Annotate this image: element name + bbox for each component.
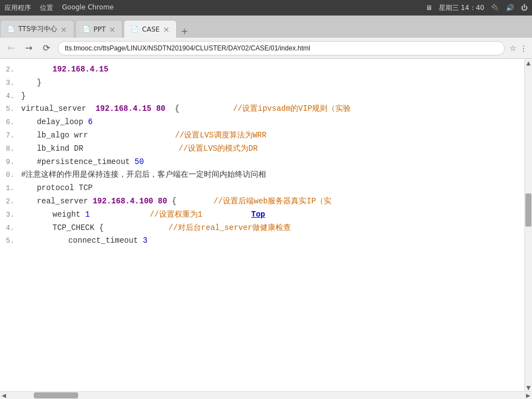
browser-window: 📄 TTS学习中心 × 📄 PPT × 📄 CASE × + ← → ⟳ ☆ ⋮: [0, 16, 532, 399]
scroll-track-h[interactable]: [8, 392, 524, 399]
line-content-31: protocol TCP: [21, 182, 93, 195]
power-icon: ⏻: [521, 4, 528, 12]
tab-case[interactable]: 📄 CASE ×: [124, 20, 177, 38]
system-bar-left: 应用程序 位置 Google Chrome: [4, 3, 114, 13]
code-line-4: 4. }: [0, 90, 524, 103]
monitor-icon: 🖥: [426, 4, 432, 12]
volume-icon: 🔊: [506, 4, 514, 12]
tab-ppt-label: PPT: [94, 25, 106, 33]
tab-case-label: CASE: [142, 25, 160, 33]
line-content-32: real_server 192.168.4.100 80 { //设置后端web…: [21, 195, 331, 208]
system-bar-right: 🖥 星期三 14：40 🔌 🔊 ⏻: [426, 3, 528, 13]
line-content-4: }: [21, 90, 25, 103]
line-num-6: 6.: [0, 116, 21, 129]
network-icon: 🔌: [491, 4, 499, 12]
horizontal-scrollbar[interactable]: ◀ ▶: [0, 391, 532, 399]
top-link[interactable]: Top: [251, 208, 265, 222]
tab-case-close[interactable]: ×: [163, 25, 170, 33]
code-line-31: 1. protocol TCP: [0, 182, 524, 195]
scroll-left-button[interactable]: ◀: [0, 392, 8, 400]
code-line-33: 3. weight 1 //设置权重为1 Top: [0, 208, 524, 222]
system-time: 星期三 14：40: [439, 3, 484, 13]
browser-menu[interactable]: Google Chrome: [62, 3, 114, 13]
line-content-34: TCP_CHECK { //对后台real_server做健康检查: [21, 222, 291, 235]
scroll-thumb-h[interactable]: [34, 392, 78, 398]
line-num-35: 5.: [0, 235, 21, 247]
line-content-8: lb_kind DR //设置LVS的模式为DR: [21, 142, 258, 156]
code-line-7: 7. lb_algo wrr //设置LVS调度算法为WRR: [0, 129, 524, 142]
address-icons: ☆ ⋮: [509, 44, 528, 53]
forward-button[interactable]: →: [22, 42, 35, 55]
tab-ppt-icon: 📄: [83, 25, 90, 33]
reload-button[interactable]: ⟳: [40, 42, 53, 55]
address-input[interactable]: [58, 41, 505, 55]
code-line-3: 3. }: [0, 76, 524, 90]
code-line-8: 8. lb_kind DR //设置LVS的模式为DR: [0, 142, 524, 156]
line-num-9: 9.: [0, 156, 21, 168]
new-tab-button[interactable]: +: [178, 24, 191, 38]
scroll-track-v[interactable]: [525, 66, 532, 383]
bookmark-icon[interactable]: ☆: [509, 44, 516, 53]
system-bar: 应用程序 位置 Google Chrome 🖥 星期三 14：40 🔌 🔊 ⏻: [0, 0, 532, 16]
code-line-2: 2. 192.168.4.15: [0, 63, 524, 76]
tab-tts-label: TTS学习中心: [18, 24, 57, 34]
position-menu[interactable]: 位置: [40, 3, 53, 13]
tab-tts[interactable]: 📄 TTS学习中心 ×: [0, 20, 74, 38]
tab-tts-icon: 📄: [7, 25, 15, 33]
code-line-35: 5. connect_timeout 3: [0, 234, 524, 248]
scroll-down-button[interactable]: ▼: [525, 383, 533, 391]
scroll-up-button[interactable]: ▲: [525, 59, 533, 66]
line-content-7: lb_algo wrr //设置LVS调度算法为WRR: [21, 129, 267, 142]
line-content-33: weight 1 //设置权重为1 Top: [21, 208, 265, 222]
tab-case-icon: 📄: [131, 25, 139, 33]
line-num-30: 0.: [0, 169, 21, 181]
line-content-3: }: [21, 76, 42, 90]
line-num-34: 4.: [0, 222, 21, 234]
tab-ppt[interactable]: 📄 PPT ×: [75, 20, 123, 38]
line-content-30: #注意这样的作用是保持连接，开启后，客户端在一定时间内始终访问相: [21, 168, 266, 182]
line-content-5: virtual_server 192.168.4.15 80 { //设置ipv…: [21, 103, 351, 116]
code-container: 2. 192.168.4.15 3. }: [0, 59, 524, 252]
code-line-34: 4. TCP_CHECK { //对后台real_server做健康检查: [0, 222, 524, 235]
code-line-6: 6. delay_loop 6: [0, 116, 524, 129]
line-content-35: connect_timeout 3: [21, 234, 147, 248]
line-num-31: 1.: [0, 182, 21, 195]
code-line-9: 9. #persistence_timeout 50: [0, 156, 524, 169]
vertical-scrollbar[interactable]: ▲ ▼: [524, 59, 532, 391]
menu-icon[interactable]: ⋮: [520, 44, 528, 53]
code-line-32: 2. real_server 192.168.4.100 80 { //设置后端…: [0, 195, 524, 208]
code-line-5: 5. virtual_server 192.168.4.15 80 { //设置…: [0, 103, 524, 116]
line-num-2: 2.: [0, 64, 21, 76]
line-num-7: 7.: [0, 130, 21, 142]
code-page: 2. 192.168.4.15 3. }: [0, 59, 524, 391]
line-content-2: 192.168.4.15: [21, 63, 109, 76]
line-content-6: delay_loop 6: [21, 116, 93, 129]
scroll-thumb-v[interactable]: [525, 193, 531, 227]
line-num-32: 2.: [0, 196, 21, 208]
back-button[interactable]: ←: [4, 42, 18, 55]
tab-ppt-close[interactable]: ×: [109, 25, 116, 33]
apps-menu[interactable]: 应用程序: [4, 3, 31, 13]
line-num-33: 3.: [0, 209, 21, 221]
line-num-5: 5.: [0, 103, 21, 115]
address-bar: ← → ⟳ ☆ ⋮: [0, 38, 532, 59]
tab-bar: 📄 TTS学习中心 × 📄 PPT × 📄 CASE × +: [0, 16, 532, 38]
line-num-8: 8.: [0, 143, 21, 155]
line-num-3: 3.: [0, 77, 21, 89]
scroll-right-button[interactable]: ▶: [524, 392, 532, 400]
tab-tts-close[interactable]: ×: [60, 25, 67, 33]
line-num-4: 4.: [0, 90, 21, 103]
code-line-30: 0. #注意这样的作用是保持连接，开启后，客户端在一定时间内始终访问相: [0, 168, 524, 182]
line-content-9: #persistence_timeout 50: [21, 156, 144, 169]
